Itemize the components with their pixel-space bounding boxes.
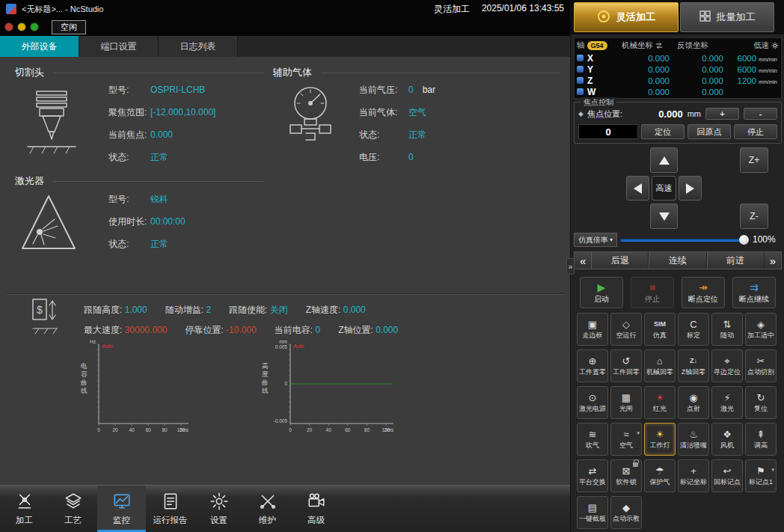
burst-button[interactable]: ◉点射 [678,386,709,419]
start-button[interactable]: ▶启动 [580,277,623,308]
mark-point-1-button[interactable]: ⚑标记点1▾ [745,459,777,492]
continuous-mode-button[interactable]: 连续 [649,252,706,269]
tab-external-devices[interactable]: 外部设备 [0,36,79,57]
tab-log-list[interactable]: 日志列表 [159,36,238,57]
shutter-button[interactable]: ▦光闸 [610,386,642,419]
trace-frame-button[interactable]: ▣走边框 [577,313,608,346]
focus-locate-button[interactable]: 定位 [641,124,685,139]
stop-button[interactable]: ■停止 [631,277,674,308]
height-adjust-button[interactable]: ⇞调高 [745,423,777,456]
nav-monitor[interactable]: 监控 [97,486,146,532]
dry-run-button[interactable]: ◇空运行 [610,313,642,346]
workpiece-home-button[interactable]: ↺工件回零 [610,349,642,382]
blow-button[interactable]: ≋吹气 [577,423,608,456]
machine-home-button[interactable]: ⌂机械回零 [644,349,676,382]
breakpoint-resume-button[interactable]: ⇉断点继续 [732,277,776,308]
tab-batch-machining[interactable]: 批量加工 [680,2,774,32]
sim-rate-slider[interactable] [620,233,749,247]
nav-settings[interactable]: 设置 [195,486,243,532]
follow-button[interactable]: ⇅随动 [711,313,743,346]
edge-seek-icon: ⌖ [724,355,729,367]
breakpoint-locate-button[interactable]: ↠断点定位 [682,277,725,308]
jog-y-minus-button[interactable] [650,204,678,229]
focus-minus-button[interactable]: - [744,108,777,120]
goto-mark-button[interactable]: ↩回标记点 [711,459,743,492]
step-forward-button[interactable]: 前进 [707,252,765,269]
jog-z-plus-button[interactable]: Z+ [740,147,768,173]
focus-plus-button[interactable]: + [705,108,739,120]
wcs-badge[interactable]: G54 [587,41,607,50]
slider-knob[interactable] [739,235,749,245]
shield-gas-button[interactable]: ☂保护气 [644,459,676,492]
nav-run-report[interactable]: 运行报告 [146,486,195,532]
coord-swap-icon[interactable] [655,42,663,49]
nav-advanced[interactable]: 高级 [292,486,340,532]
svg-text:40: 40 [129,427,135,432]
tab-flexible-machining[interactable]: 灵活加工 [574,2,679,32]
dropdown-arrow-icon[interactable]: ▾ [637,430,640,436]
clean-nozzle-icon: ♨ [689,429,698,440]
slider-track[interactable] [620,239,749,242]
start-icon: ▶ [598,281,606,293]
software-lock-button[interactable]: ⊠软件锁 [610,459,642,492]
axis-row-x[interactable]: X0.0000.0006000mm/min [575,52,781,64]
tab-port-settings[interactable]: 端口设置 [79,36,159,57]
workpiece-zero-button[interactable]: ⊕工件置零 [577,349,608,382]
jog-y-plus-button[interactable] [650,147,678,173]
jog-teach-button[interactable]: ◆点动示教 [610,496,642,529]
laser-power-button[interactable]: ⊙激光电源 [577,386,608,419]
lock-badge-icon [633,462,638,467]
machining-center-button[interactable]: ◈加工适中 [745,313,777,346]
svg-text:曲: 曲 [262,379,269,386]
axis-row-y[interactable]: Y0.0000.0006000mm/min [575,64,781,75]
mark-coordinates-button[interactable]: +标记坐标 [678,459,709,492]
jog-x-plus-button[interactable] [679,176,702,201]
laser-button[interactable]: ⚡激光 [711,386,743,419]
work-light-button[interactable]: ☀工作灯 [644,423,676,456]
simulate-button[interactable]: SIM仿真 [644,313,676,346]
dropdown-arrow-icon[interactable]: ▾ [771,467,774,473]
nav-machining[interactable]: 加工 [0,486,49,532]
jog-x-minus-button[interactable] [626,176,649,201]
focus-step-display[interactable]: 0 [578,124,638,139]
sim-rate-selector[interactable]: 仿真倍率 ▾ [574,233,617,247]
maintenance-icon [258,492,278,513]
cutting-head-field: 状态:正常 [108,150,215,165]
jog-cut-button[interactable]: ✂点动切割 [745,349,777,382]
platform-swap-button[interactable]: ⇄平台交换 [577,459,608,492]
nav-craft[interactable]: 工艺 [49,486,97,532]
edge-seek-button[interactable]: ⌖寻边定位 [711,349,743,382]
gas-gauge-icon [284,84,337,148]
focus-home-button[interactable]: 回原点 [687,124,731,139]
machine-coord-header: 机械坐标 [622,40,653,51]
advanced-icon [307,492,326,513]
focus-stop-button[interactable]: 停止 [734,124,777,139]
axis-row-w[interactable]: W0.0000.000 [575,86,781,97]
height-adjust-icon: ⇞ [757,429,765,440]
calibrate-button[interactable]: C标定 [678,313,709,346]
clean-nozzle-button[interactable]: ♨清洁喷嘴 [678,423,709,456]
axis-icon [577,55,584,61]
fan-button[interactable]: ❖风机 [711,423,743,456]
high-speed-toggle[interactable]: 高速 [652,176,676,201]
panel-collapse-handle[interactable]: » [566,258,575,275]
fast-forward-icon[interactable]: » [765,252,781,269]
step-back-button[interactable]: 后退 [591,252,649,269]
z-axis-home-button[interactable]: Z↓Z轴回零 [678,349,709,382]
speed-settings-gear-icon[interactable] [771,42,779,49]
header-rule [321,73,560,73]
nav-maintenance[interactable]: 维护 [243,486,292,532]
focus-position-label: 焦点位置: [587,108,622,120]
one-key-cut-button[interactable]: ▤一键截板 [577,496,608,529]
run-control-buttons: ▶启动■停止↠断点定位⇉断点继续 [571,277,784,308]
follow-params-row2: 最大速度: 30000.000停靠位置: -10.000当前电容: 0Z轴位置:… [84,324,398,337]
air-select-button[interactable]: ≈空气▾ [610,423,642,456]
axis-row-z[interactable]: Z0.0000.0001200mm/min [575,75,781,86]
reset-button[interactable]: ↻复位 [745,386,777,419]
follow-field: 停靠位置: -10.000 [185,324,256,337]
cutting-head-icon [25,88,79,157]
focus-position-row: ◈ 焦点位置: 0.000 mm + - [578,107,777,120]
red-light-button[interactable]: ☀红光 [644,386,676,419]
fast-backward-icon[interactable]: « [575,252,591,269]
jog-z-minus-button[interactable]: Z- [740,204,768,229]
